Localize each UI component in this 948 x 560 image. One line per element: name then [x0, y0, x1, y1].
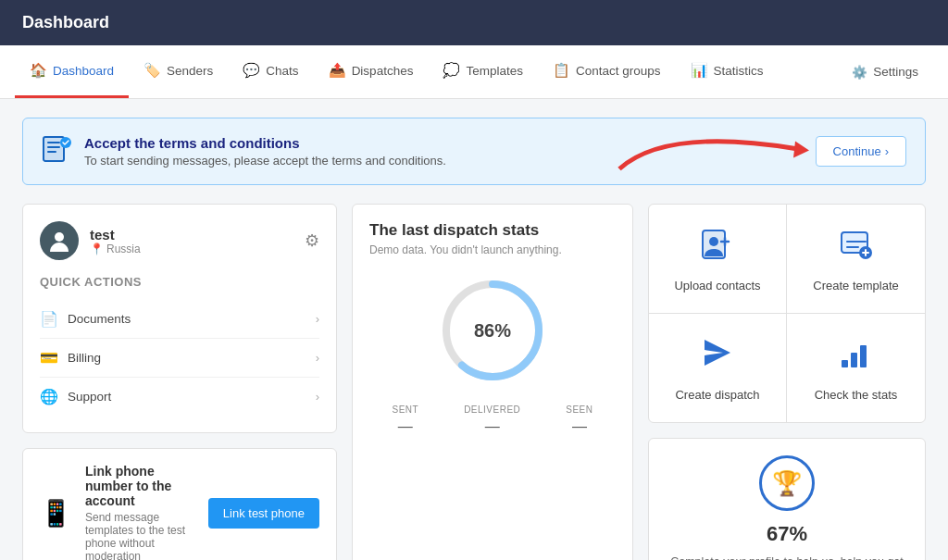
dispatches-icon: 📤 — [329, 62, 346, 79]
app-title: Dashboard — [22, 13, 109, 31]
senders-icon: 🏷️ — [143, 62, 161, 79]
stat-seen-value: — — [566, 418, 592, 435]
alert-title: Accept the terms and conditions — [84, 135, 446, 151]
nav-label-statistics: Statistics — [714, 64, 764, 78]
svg-rect-12 — [842, 360, 848, 367]
stat-seen-label: SEEN — [566, 404, 592, 415]
contact-groups-icon: 📋 — [553, 62, 570, 79]
upload-contacts-icon — [699, 225, 736, 269]
nav-item-contact-groups[interactable]: 📋 Contact groups — [538, 45, 676, 98]
profile-percentage: 67% — [666, 522, 908, 546]
action-grid: Upload contacts Create template — [648, 204, 926, 423]
stat-seen: SEEN — — [566, 404, 592, 435]
alert-continue-button[interactable]: Continue › — [816, 136, 906, 167]
nav-label-chats: Chats — [266, 64, 298, 78]
templates-icon: 💭 — [443, 62, 460, 79]
check-stats-icon — [838, 334, 875, 379]
svg-rect-13 — [851, 353, 857, 367]
dispatch-subtitle: Demo data. You didn't launch anything. — [369, 243, 616, 256]
create-template-label: Create template — [813, 279, 899, 292]
nav-item-senders[interactable]: 🏷️ Senders — [129, 45, 228, 98]
dispatch-title: The last dispatch stats — [369, 221, 616, 240]
link-phone-text: Link phone number to the account Send me… — [85, 464, 195, 560]
chevron-right-icon-billing: › — [316, 351, 319, 365]
user-name: test — [90, 227, 141, 243]
nav-label-dispatches: Dispatches — [352, 64, 414, 78]
create-dispatch-icon — [699, 334, 736, 379]
alert-arrow — [610, 122, 814, 180]
chevron-right-icon: › — [316, 312, 319, 326]
settings-gear-icon: ⚙️ — [852, 65, 867, 80]
nav-settings-label: Settings — [873, 65, 918, 79]
link-test-phone-button[interactable]: Link test phone — [208, 498, 319, 529]
link-phone-card: 📱 Link phone number to the account Send … — [22, 448, 337, 560]
upload-contacts-label: Upload contacts — [674, 279, 760, 292]
alert-continue-label: Continue — [833, 144, 881, 158]
quick-actions-title: Quick actions — [40, 275, 319, 289]
user-settings-button[interactable]: ⚙ — [305, 230, 319, 251]
nav-item-templates[interactable]: 💭 Templates — [428, 45, 538, 98]
check-stats-label: Check the stats — [815, 388, 898, 402]
nav-label-templates: Templates — [466, 64, 523, 78]
nav-item-statistics[interactable]: 📊 Statistics — [676, 45, 779, 98]
action-item-billing[interactable]: 💳 Billing › — [40, 339, 319, 378]
location-pin-icon: 📍 — [90, 243, 104, 255]
navigation: 🏠 Dashboard 🏷️ Senders 💬 Chats 📤 Dispatc… — [0, 45, 948, 99]
alert-banner: Accept the terms and conditions To start… — [22, 118, 926, 185]
create-dispatch-label: Create dispatch — [675, 388, 759, 402]
action-check-stats[interactable]: Check the stats — [787, 314, 925, 422]
action-create-dispatch[interactable]: Create dispatch — [649, 314, 787, 422]
phone-icon: 📱 — [40, 498, 72, 529]
alert-continue-icon: › — [885, 144, 889, 158]
trophy-circle: 🏆 — [759, 455, 815, 511]
stat-sent-label: SENT — [392, 404, 418, 415]
statistics-icon: 📊 — [691, 62, 708, 79]
user-location: 📍 Russia — [90, 243, 141, 255]
top-bar: Dashboard — [0, 0, 948, 45]
action-label-documents: Documents — [68, 312, 131, 326]
dispatch-circle-chart: 86% — [437, 275, 548, 386]
action-create-template[interactable]: Create template — [787, 205, 925, 314]
documents-icon: 📄 — [40, 310, 58, 328]
stat-delivered-label: DELIVERED — [464, 404, 520, 415]
right-column: Upload contacts Create template — [648, 204, 926, 560]
action-label-support: Support — [68, 390, 111, 404]
stat-delivered-value: — — [464, 418, 520, 435]
billing-icon: 💳 — [40, 349, 58, 367]
dispatch-stats-card: The last dispatch stats Demo data. You d… — [352, 204, 633, 560]
alert-text: Accept the terms and conditions To start… — [84, 135, 446, 168]
dispatch-percentage: 86% — [474, 320, 511, 342]
nav-label-contact-groups: Contact groups — [576, 64, 661, 78]
profile-description: Complete your profile to help us, help y… — [666, 554, 908, 560]
chevron-right-icon-support: › — [316, 390, 319, 404]
user-section: test 📍 Russia ⚙ — [40, 221, 319, 260]
main-content: Accept the terms and conditions To start… — [0, 99, 948, 560]
home-icon: 🏠 — [30, 62, 47, 79]
stat-sent-value: — — [392, 418, 418, 435]
alert-description: To start sending messages, please accept… — [84, 154, 446, 168]
stat-sent: SENT — — [392, 404, 418, 435]
stat-delivered: DELIVERED — — [464, 404, 520, 435]
support-icon: 🌐 — [40, 388, 58, 405]
link-phone-description: Send message templates to the test phone… — [85, 511, 195, 560]
svg-marker-3 — [793, 141, 809, 157]
svg-point-4 — [55, 232, 64, 242]
nav-label-dashboard: Dashboard — [53, 64, 114, 78]
left-column: test 📍 Russia ⚙ Quick actions 📄 Document… — [22, 204, 337, 560]
profile-completion-card: 🏆 67% Complete your profile to help us, … — [648, 438, 926, 560]
action-upload-contacts[interactable]: Upload contacts — [649, 205, 787, 314]
nav-settings[interactable]: ⚙️ Settings — [837, 48, 933, 96]
nav-item-dashboard[interactable]: 🏠 Dashboard — [15, 45, 129, 98]
nav-item-chats[interactable]: 💬 Chats — [228, 45, 313, 98]
alert-icon — [42, 133, 71, 169]
link-test-phone-label: Link test phone — [223, 506, 305, 520]
action-item-support[interactable]: 🌐 Support › — [40, 378, 319, 416]
nav-item-dispatches[interactable]: 📤 Dispatches — [314, 45, 429, 98]
dashboard-grid: test 📍 Russia ⚙ Quick actions 📄 Document… — [22, 204, 926, 560]
stats-row: SENT — DELIVERED — SEEN — — [369, 404, 616, 435]
chats-icon: 💬 — [243, 62, 260, 79]
svg-point-9 — [709, 237, 718, 246]
action-item-documents[interactable]: 📄 Documents › — [40, 300, 319, 339]
circle-chart-container: 86% — [369, 275, 616, 386]
avatar — [40, 221, 79, 260]
